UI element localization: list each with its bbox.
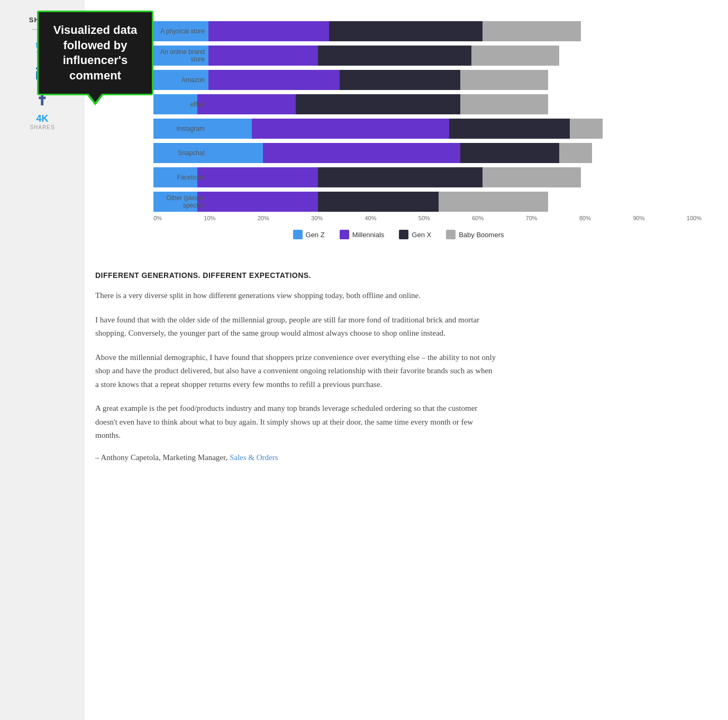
row-label: Other (please specify) — [153, 194, 209, 210]
bar-segment — [197, 94, 296, 114]
row-label: A physical store — [153, 28, 209, 35]
bar-segment — [449, 119, 570, 139]
row-label: Amazon — [153, 76, 209, 84]
callout-text: Visualized data followed by influencer's… — [53, 23, 138, 82]
row-bar — [153, 21, 702, 41]
bar-segment — [559, 143, 592, 163]
axis-tick: 50% — [418, 215, 430, 221]
row-bar — [153, 143, 702, 163]
bar-segment — [197, 167, 318, 187]
article-paragraph: Above the millennial demographic, I have… — [95, 351, 497, 392]
chart-row: Facebook — [153, 167, 702, 187]
bar-segment — [208, 70, 340, 90]
chart-legend: Gen ZMillennialsGen XBaby Boomers — [95, 230, 702, 239]
bar-segment — [460, 143, 559, 163]
row-label: Instagram — [153, 125, 209, 132]
row-bar — [153, 46, 702, 66]
article-attribution: – Anthony Capetola, Marketing Manager, S… — [95, 453, 497, 462]
bar-segment — [296, 94, 460, 114]
callout-tooltip: Visualized data followed by influencer's… — [37, 11, 153, 95]
axis-tick: 80% — [579, 215, 591, 221]
axis-tick: 30% — [311, 215, 323, 221]
axis-tick: 40% — [365, 215, 376, 221]
article-section: DIFFERENT GENERATIONS. DIFFERENT EXPECTA… — [95, 266, 497, 462]
row-bar — [153, 70, 702, 90]
chart-rows: A physical storeAn online brand storeAma… — [153, 21, 702, 212]
legend-item: Gen X — [399, 230, 431, 239]
article-paragraph: I have found that with the older side of… — [95, 313, 497, 340]
attribution-link[interactable]: Sales & Orders — [230, 453, 278, 462]
attribution-prefix: – Anthony Capetola, Marketing Manager, — [95, 453, 230, 462]
axis-tick: 10% — [204, 215, 215, 221]
axis-tick: 20% — [258, 215, 269, 221]
chart-row: Amazon — [153, 70, 702, 90]
row-bar — [153, 119, 702, 139]
row-label: An online brand store — [153, 48, 209, 64]
bar-segment — [570, 119, 603, 139]
shares-count: 4K SHARES — [30, 113, 54, 130]
axis-tick: 90% — [633, 215, 644, 221]
chart-row: Snapchat — [153, 143, 702, 163]
legend-color — [446, 230, 456, 239]
bar-segment — [197, 192, 318, 212]
bar-segment — [460, 70, 548, 90]
legend-item: Millennials — [340, 230, 385, 239]
bar-segment — [329, 21, 483, 41]
legend-item: Baby Boomers — [446, 230, 504, 239]
bar-segment — [318, 192, 439, 212]
main-content: Visualized data followed by influencer's… — [85, 0, 728, 720]
bar-segment — [340, 70, 460, 90]
row-label: Facebook — [153, 174, 209, 181]
bar-segment — [318, 46, 471, 66]
chart-row: Other (please specify) — [153, 192, 702, 212]
shares-text: SHARES — [30, 124, 54, 130]
bar-segment — [208, 21, 329, 41]
chart-row: A physical store — [153, 21, 702, 41]
legend-label: Millennials — [352, 231, 385, 239]
attribution-link-text: Sales & Orders — [230, 453, 278, 462]
legend-item: Gen Z — [293, 230, 325, 239]
row-label: eBay — [153, 101, 209, 108]
article-paragraph: A great example is the pet food/products… — [95, 402, 497, 443]
bar-segment — [318, 167, 483, 187]
article-paragraphs: There is a very diverse split in how dif… — [95, 289, 497, 443]
article-heading: DIFFERENT GENERATIONS. DIFFERENT EXPECTA… — [95, 271, 497, 280]
axis-tick: 60% — [472, 215, 484, 221]
chart-inner: A physical storeAn online brand storeAma… — [95, 21, 702, 221]
row-bar — [153, 167, 702, 187]
chart-row: Instagram — [153, 119, 702, 139]
bar-segment — [252, 119, 449, 139]
axis-tick: 100% — [687, 215, 702, 221]
legend-color — [293, 230, 303, 239]
article-paragraph: There is a very diverse split in how dif… — [95, 289, 497, 303]
legend-color — [340, 230, 349, 239]
legend-label: Gen X — [412, 231, 431, 239]
sidebar: SHARE 4K SHARES — [0, 0, 85, 720]
row-bar — [153, 94, 702, 114]
axis-tick: 70% — [526, 215, 538, 221]
row-label: Snapchat — [153, 149, 209, 157]
bar-segment — [460, 94, 548, 114]
bar-segment — [483, 167, 581, 187]
legend-label: Baby Boomers — [459, 231, 504, 239]
legend-label: Gen Z — [306, 231, 325, 239]
bar-segment — [471, 46, 559, 66]
row-bar — [153, 192, 702, 212]
bar-segment — [263, 143, 460, 163]
bar-segment — [439, 192, 548, 212]
axis-tick: 0% — [153, 215, 162, 221]
bar-segment — [208, 46, 318, 66]
shares-number: 4K — [30, 113, 54, 124]
chart-row: An online brand store — [153, 46, 702, 66]
chart-axis: 0%10%20%30%40%50%60%70%80%90%100% — [153, 215, 702, 221]
chart-row: eBay — [153, 94, 702, 114]
bar-segment — [483, 21, 581, 41]
legend-color — [399, 230, 408, 239]
chart-container: A physical storeAn online brand storeAma… — [95, 11, 707, 250]
